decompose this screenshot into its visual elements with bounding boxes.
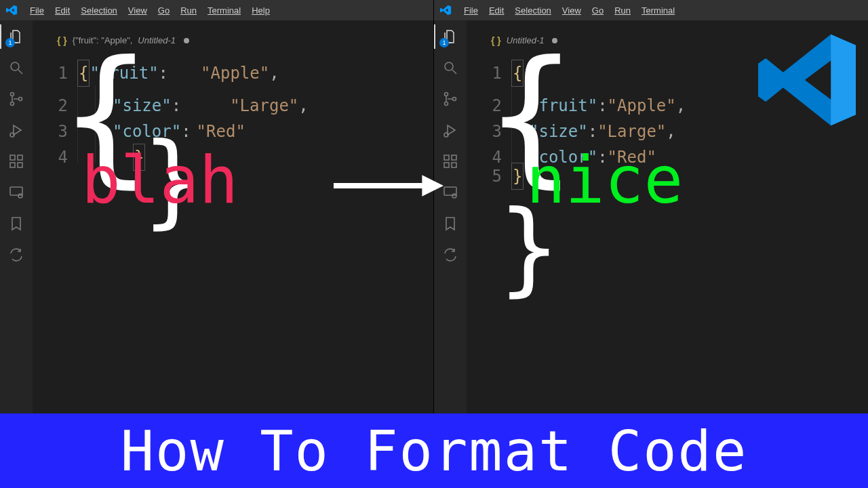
svg-marker-18 (448, 125, 455, 135)
svg-rect-9 (18, 163, 22, 167)
vscode-logo-icon (753, 26, 861, 137)
menu-go[interactable]: Go (153, 3, 175, 18)
svg-rect-23 (452, 155, 456, 160)
explorer-icon[interactable]: 1 (7, 27, 26, 46)
source-control-icon[interactable] (441, 89, 460, 108)
menu-help[interactable]: Help (246, 3, 275, 18)
menu-file[interactable]: File (24, 3, 50, 18)
svg-point-16 (445, 102, 448, 106)
menu-selection[interactable]: Selection (75, 3, 122, 18)
explorer-badge: 1 (5, 38, 15, 47)
overlay-word-blah: blah (81, 148, 238, 213)
svg-point-0 (11, 62, 19, 70)
menu-file[interactable]: File (458, 3, 484, 18)
explorer-badge: 1 (439, 38, 449, 47)
search-icon[interactable] (7, 58, 26, 77)
svg-point-25 (452, 194, 456, 198)
menu-view[interactable]: View (557, 3, 587, 18)
svg-point-12 (18, 194, 22, 198)
titlebar-left: File Edit Selection View Go Run Terminal… (0, 0, 433, 20)
svg-point-4 (19, 98, 22, 101)
run-debug-icon[interactable] (7, 121, 26, 140)
svg-line-1 (18, 70, 22, 74)
bookmark-icon[interactable] (441, 214, 460, 233)
menu-terminal[interactable]: Terminal (202, 3, 246, 18)
extensions-icon[interactable] (441, 152, 460, 171)
remote-icon[interactable] (7, 183, 26, 202)
vscode-icon (5, 4, 18, 16)
menu-edit[interactable]: Edit (484, 3, 509, 18)
svg-point-3 (11, 102, 14, 106)
banner-text: How To Format Code (121, 419, 748, 483)
banner: How To Format Code (0, 413, 868, 488)
overlay-word-nice: nice (526, 148, 683, 213)
source-control-icon[interactable] (7, 89, 26, 108)
svg-rect-22 (452, 163, 456, 167)
svg-marker-5 (14, 125, 21, 135)
svg-rect-21 (444, 163, 449, 167)
extensions-icon[interactable] (7, 152, 26, 171)
titlebar-right: File Edit Selection View Go Run Terminal (434, 0, 868, 20)
menu-run[interactable]: Run (175, 3, 202, 18)
dirty-indicator-icon (184, 38, 189, 43)
svg-point-15 (445, 93, 448, 96)
activitybar-right: 1 (434, 20, 467, 413)
menu-go[interactable]: Go (587, 3, 609, 18)
svg-point-13 (445, 62, 453, 70)
svg-point-17 (453, 98, 456, 101)
svg-marker-27 (422, 175, 443, 197)
menu-edit[interactable]: Edit (50, 3, 75, 18)
sync-icon[interactable] (7, 245, 26, 264)
menu-selection[interactable]: Selection (509, 3, 556, 18)
sync-icon[interactable] (441, 245, 460, 264)
svg-rect-10 (18, 155, 22, 160)
svg-rect-7 (10, 155, 15, 160)
arrow-icon (331, 172, 445, 202)
vscode-window-before: File Edit Selection View Go Run Terminal… (0, 0, 434, 413)
search-icon[interactable] (441, 58, 460, 77)
menu-terminal[interactable]: Terminal (636, 3, 680, 18)
vscode-icon (439, 4, 452, 16)
bookmark-icon[interactable] (7, 214, 26, 233)
menu-view[interactable]: View (123, 3, 153, 18)
svg-point-2 (11, 93, 14, 96)
svg-rect-20 (444, 155, 449, 160)
run-debug-icon[interactable] (441, 121, 460, 140)
activitybar-left: 1 (0, 20, 33, 413)
menu-run[interactable]: Run (609, 3, 636, 18)
explorer-icon[interactable]: 1 (441, 27, 460, 46)
svg-rect-8 (10, 163, 15, 167)
svg-line-14 (452, 70, 456, 74)
